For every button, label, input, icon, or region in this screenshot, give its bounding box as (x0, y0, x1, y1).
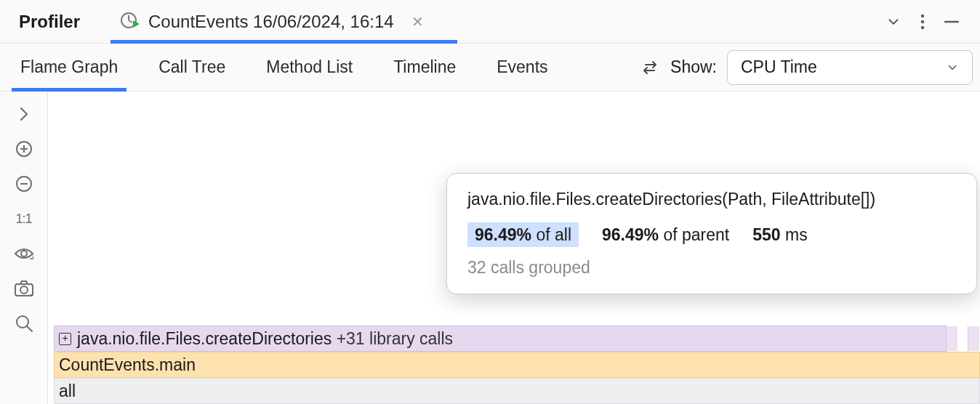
minimize-icon[interactable] (944, 14, 960, 30)
view-tabs: Flame Graph Call Tree Method List Timeli… (0, 44, 980, 92)
left-rail: 1:1 (0, 92, 48, 404)
chevron-right-icon[interactable] (15, 105, 33, 124)
flame-rows: + java.nio.file.Files.createDirectories … (54, 326, 980, 404)
tooltip-stats: 96.49% of all 96.49% of parent 550 ms (467, 225, 956, 245)
tab-timeline[interactable]: Timeline (387, 44, 462, 91)
flame-bar-label: CountEvents.main (59, 355, 196, 375)
camera-icon[interactable] (15, 279, 33, 298)
svg-point-6 (921, 25, 924, 28)
zoom-out-icon[interactable] (15, 174, 33, 193)
profiler-title: Profiler (19, 12, 80, 32)
expand-icon[interactable]: + (59, 333, 71, 345)
flame-bar-label: java.nio.file.Files.createDirectories +3… (77, 329, 453, 349)
main-area: 1:1 java.nio.file.Files.createDirectorie… (0, 92, 980, 404)
flame-graph-canvas[interactable]: java.nio.file.Files.createDirectories(Pa… (48, 92, 980, 404)
title-bar: Profiler CountEvents 16/06/2024, 16:14 ✕ (0, 0, 980, 44)
flame-bar-siblings[interactable] (946, 326, 979, 351)
svg-line-17 (27, 326, 32, 331)
titlebar-right-controls (885, 14, 980, 30)
flame-bar-all[interactable]: all (54, 378, 980, 404)
svg-point-5 (921, 20, 924, 23)
svg-point-15 (20, 286, 28, 294)
tab-call-tree[interactable]: Call Tree (153, 44, 231, 91)
search-icon[interactable] (15, 314, 33, 333)
session-tab[interactable]: CountEvents 16/06/2024, 16:14 ✕ (121, 0, 446, 43)
tooltip-footer: 32 calls grouped (467, 258, 956, 278)
session-label: CountEvents 16/06/2024, 16:14 (148, 12, 394, 32)
tab-method-list[interactable]: Method List (260, 44, 358, 91)
svg-line-2 (129, 20, 132, 23)
show-metric-value: CPU Time (741, 57, 817, 77)
flame-bar-createDirectories[interactable]: + java.nio.file.Files.createDirectories … (54, 326, 947, 352)
zoom-reset-button[interactable]: 1:1 (15, 209, 33, 228)
more-options-icon[interactable] (920, 14, 925, 30)
method-tooltip: java.nio.file.Files.createDirectories(Pa… (446, 173, 977, 294)
eye-icon[interactable] (15, 244, 33, 263)
stat-pct-parent: 96.49% of parent (602, 225, 729, 245)
svg-point-4 (921, 14, 924, 17)
close-tab-icon[interactable]: ✕ (411, 13, 424, 31)
chevron-down-icon[interactable] (885, 14, 901, 30)
swap-icon[interactable] (640, 59, 660, 76)
show-metric-dropdown[interactable]: CPU Time (727, 50, 973, 85)
svg-point-13 (21, 251, 27, 256)
show-label: Show: (670, 57, 717, 77)
tab-events[interactable]: Events (491, 44, 553, 91)
tab-flame-graph[interactable]: Flame Graph (15, 44, 124, 91)
zoom-in-icon[interactable] (15, 140, 33, 158)
tooltip-method-name: java.nio.file.Files.createDirectories(Pa… (467, 190, 956, 209)
chevron-down-icon (946, 61, 959, 74)
stat-pct-all: 96.49% of all (467, 225, 579, 245)
flame-bar-main[interactable]: CountEvents.main (54, 352, 980, 378)
flame-bar-label: all (59, 381, 76, 401)
run-profile-icon (121, 12, 140, 31)
stat-time: 550 ms (752, 225, 807, 245)
